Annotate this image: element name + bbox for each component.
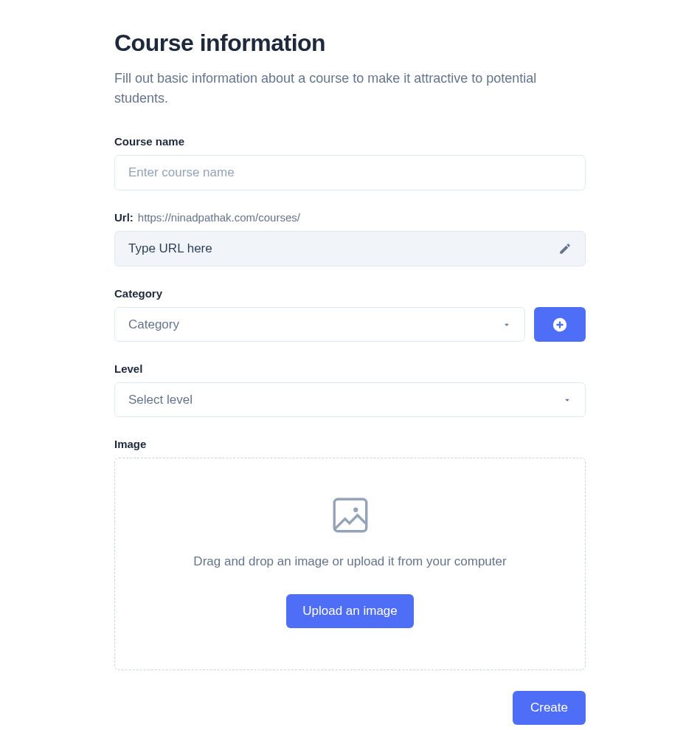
- plus-circle-icon: [552, 317, 568, 333]
- category-select-wrapper: Category: [114, 307, 525, 342]
- image-group: Image Drag and drop an image or upload i…: [114, 438, 586, 670]
- footer-row: Create: [114, 691, 586, 725]
- category-select[interactable]: Category: [114, 307, 525, 342]
- pencil-icon: [558, 242, 572, 255]
- page-description: Fill out basic information about a cours…: [114, 69, 586, 109]
- url-label: Url:: [114, 211, 134, 224]
- level-select[interactable]: Select level: [114, 382, 586, 417]
- course-name-input[interactable]: [114, 155, 586, 190]
- level-label: Level: [114, 362, 586, 375]
- upload-image-button[interactable]: Upload an image: [286, 594, 414, 628]
- svg-rect-1: [334, 499, 367, 531]
- url-label-row: Url: https://ninadpathak.com/courses/: [114, 211, 586, 224]
- add-category-button[interactable]: [534, 307, 586, 342]
- url-base-text: https://ninadpathak.com/courses/: [138, 211, 300, 224]
- image-placeholder-icon: [329, 494, 372, 537]
- url-group: Url: https://ninadpathak.com/courses/ Ty…: [114, 211, 586, 266]
- category-label: Category: [114, 287, 586, 300]
- level-group: Level Select level: [114, 362, 586, 417]
- image-label: Image: [114, 438, 586, 450]
- url-input[interactable]: Type URL here: [114, 231, 586, 266]
- page-title: Course information: [114, 30, 586, 57]
- url-placeholder-text: Type URL here: [128, 241, 212, 256]
- category-row: Category: [114, 307, 586, 342]
- category-group: Category Category: [114, 287, 586, 342]
- course-name-label: Course name: [114, 135, 586, 148]
- svg-point-2: [353, 508, 358, 512]
- level-select-wrapper: Select level: [114, 382, 586, 417]
- image-dropzone[interactable]: Drag and drop an image or upload it from…: [114, 458, 586, 670]
- course-name-group: Course name: [114, 135, 586, 190]
- create-button[interactable]: Create: [513, 691, 586, 725]
- dropzone-text: Drag and drop an image or upload it from…: [193, 554, 506, 569]
